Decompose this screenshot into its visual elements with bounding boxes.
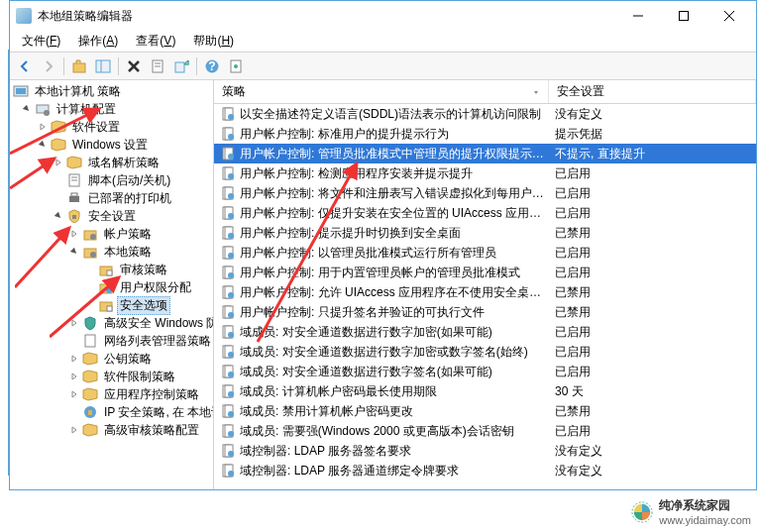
tree-software-restrict[interactable]: 软件限制策略	[12, 368, 211, 385]
policy-setting: 已禁用	[549, 284, 756, 301]
close-button[interactable]	[707, 1, 752, 31]
policy-row[interactable]: 用户帐户控制: 用于内置管理员帐户的管理员批准模式已启用	[214, 263, 756, 282]
svg-point-72	[228, 312, 234, 318]
tree-account-policy[interactable]: 帐户策略	[12, 225, 211, 243]
svg-point-28	[90, 234, 96, 240]
app-icon	[16, 8, 32, 24]
policy-row[interactable]: 以安全描述符定义语言(SDDL)语法表示的计算机访问限制没有定义	[214, 104, 756, 124]
policy-row[interactable]: 用户帐户控制: 管理员批准模式中管理员的提升权限提示的行为不提示, 直接提升	[214, 144, 756, 163]
tree-pubkey-policy[interactable]: 公钥策略	[12, 350, 211, 368]
policy-icon	[220, 245, 236, 261]
menu-view[interactable]: 查看(V)	[128, 31, 183, 52]
policy-name: 用户帐户控制: 以管理员批准模式运行所有管理员	[240, 245, 496, 262]
svg-point-96	[228, 471, 234, 477]
tree-app-control[interactable]: 应用程序控制策略	[12, 385, 211, 403]
policy-icon	[220, 344, 236, 360]
svg-point-45	[228, 134, 234, 140]
tree-ip-security[interactable]: IP 安全策略, 在 本地计算机	[12, 403, 211, 421]
forward-button[interactable]	[38, 55, 59, 77]
svg-point-63	[228, 253, 234, 259]
policy-row[interactable]: 用户帐户控制: 只提升签名并验证的可执行文件已禁用	[214, 302, 756, 322]
tree-pane[interactable]: 本地计算机 策略 计算机配置 软件设置 Windows 设置 域名解析策略 脚本…	[10, 80, 214, 489]
tree-printers[interactable]: 已部署的打印机	[12, 189, 211, 207]
policy-row[interactable]: 域成员: 对安全通道数据进行数字签名(如果可能)已启用	[214, 362, 756, 381]
policy-row[interactable]: 用户帐户控制: 将文件和注册表写入错误虚拟化到每用户位置已启用	[214, 183, 756, 203]
policy-row[interactable]: 用户帐户控制: 检测应用程序安装并提示提升已启用	[214, 163, 756, 183]
menu-action[interactable]: 操作(A)	[70, 31, 126, 52]
svg-point-34	[106, 287, 112, 293]
tree-audit-policy[interactable]: 审核策略	[12, 261, 211, 278]
policy-name: 域控制器: LDAP 服务器签名要求	[240, 443, 411, 460]
svg-point-42	[228, 114, 234, 120]
svg-point-54	[228, 193, 234, 199]
tree-security-options[interactable]: 安全选项	[12, 296, 211, 314]
tree-local-policy[interactable]: 本地策略	[12, 243, 211, 261]
tree-security-settings[interactable]: 安全设置	[12, 207, 211, 225]
menu-file[interactable]: 文件(F)	[14, 31, 68, 52]
toolbar: ?	[10, 53, 756, 80]
svg-point-51	[228, 173, 234, 179]
policy-name: 域成员: 对安全通道数据进行数字签名(如果可能)	[240, 364, 492, 380]
back-button[interactable]	[14, 55, 36, 77]
policy-row[interactable]: 用户帐户控制: 仅提升安装在安全位置的 UIAccess 应用程序已启用	[214, 203, 756, 223]
list-header: 策略 安全设置	[214, 80, 756, 104]
policy-setting: 已启用	[549, 265, 756, 281]
tree-computer-config[interactable]: 计算机配置	[12, 100, 211, 118]
policy-name: 用户帐户控制: 只提升签名并验证的可执行文件	[240, 304, 485, 321]
help-button[interactable]: ?	[201, 55, 223, 77]
tree-advanced-security[interactable]: 高级安全 Windows 防火墙	[12, 314, 211, 332]
policy-name: 域成员: 计算机帐户密码最长使用期限	[240, 383, 437, 400]
policy-setting: 已启用	[549, 205, 756, 222]
svg-point-84	[228, 391, 234, 397]
policy-row[interactable]: 域成员: 对安全通道数据进行数字加密(如果可能)已启用	[214, 322, 756, 342]
policy-row[interactable]: 用户帐户控制: 提示提升时切换到安全桌面已禁用	[214, 223, 756, 243]
policy-setting: 已禁用	[549, 403, 756, 420]
policy-icon	[220, 364, 236, 379]
policy-setting: 已启用	[549, 245, 756, 262]
svg-rect-36	[107, 306, 112, 311]
list-body[interactable]: 以安全描述符定义语言(SDDL)语法表示的计算机访问限制没有定义用户帐户控制: …	[214, 104, 756, 489]
svg-rect-18	[16, 88, 26, 94]
tree-dns-policy[interactable]: 域名解析策略	[12, 154, 211, 171]
refresh-button[interactable]	[225, 55, 247, 77]
policy-row[interactable]: 域成员: 需要强(Windows 2000 或更高版本)会话密钥已启用	[214, 421, 756, 441]
tree-user-rights[interactable]: 用户权限分配	[12, 278, 211, 296]
show-hide-tree-button[interactable]	[92, 55, 114, 77]
svg-point-87	[228, 411, 234, 417]
policy-icon	[220, 403, 236, 419]
menu-help[interactable]: 帮助(H)	[185, 31, 242, 52]
maximize-button[interactable]	[661, 1, 707, 31]
policy-row[interactable]: 用户帐户控制: 以管理员批准模式运行所有管理员已启用	[214, 243, 756, 263]
export-button[interactable]	[170, 55, 192, 77]
policy-row[interactable]: 用户帐户控制: 允许 UIAccess 应用程序在不使用安全桌面的情况下提升已禁…	[214, 282, 756, 302]
policy-row[interactable]: 域成员: 禁用计算机帐户密码更改已禁用	[214, 401, 756, 421]
tree-windows-settings[interactable]: Windows 设置	[12, 136, 211, 154]
column-setting[interactable]: 安全设置	[549, 80, 756, 103]
up-button[interactable]	[68, 55, 90, 77]
policy-name: 域成员: 对安全通道数据进行数字加密或数字签名(始终)	[240, 344, 528, 361]
policy-row[interactable]: 域成员: 对安全通道数据进行数字加密或数字签名(始终)已启用	[214, 342, 756, 362]
policy-name: 域控制器: LDAP 服务器通道绑定令牌要求	[240, 463, 459, 479]
policy-setting: 没有定义	[549, 443, 756, 460]
policy-row[interactable]: 域控制器: LDAP 服务器通道绑定令牌要求没有定义	[214, 461, 756, 480]
tree-scripts[interactable]: 脚本(启动/关机)	[12, 171, 211, 189]
policy-icon	[220, 304, 236, 320]
tree-advanced-audit[interactable]: 高级审核策略配置	[12, 421, 211, 439]
svg-point-20	[44, 110, 50, 116]
policy-row[interactable]: 用户帐户控制: 标准用户的提升提示行为提示凭据	[214, 124, 756, 144]
column-policy[interactable]: 策略	[214, 80, 549, 103]
policy-setting: 提示凭据	[549, 126, 756, 143]
tree-software-settings[interactable]: 软件设置	[12, 118, 211, 136]
policy-icon	[220, 225, 236, 241]
svg-point-48	[228, 154, 234, 160]
tree-network-list[interactable]: 网络列表管理器策略	[12, 332, 211, 350]
tree-root[interactable]: 本地计算机 策略	[10, 82, 213, 100]
minimize-button[interactable]	[615, 1, 661, 31]
properties-button[interactable]	[147, 55, 168, 77]
delete-button[interactable]	[123, 55, 145, 77]
policy-icon	[220, 185, 236, 201]
policy-name: 用户帐户控制: 管理员批准模式中管理员的提升权限提示的行为	[240, 146, 549, 162]
svg-point-90	[228, 431, 234, 437]
policy-row[interactable]: 域成员: 计算机帐户密码最长使用期限30 天	[214, 381, 756, 401]
policy-row[interactable]: 域控制器: LDAP 服务器签名要求没有定义	[214, 441, 756, 461]
